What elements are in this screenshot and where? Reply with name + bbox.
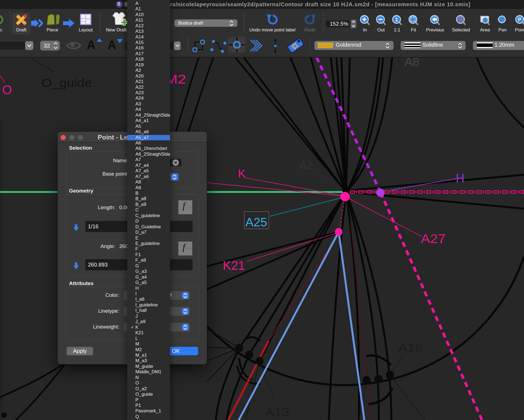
svg-text:A13: A13 [265,405,289,419]
svg-text:K21: K21 [223,258,245,273]
svg-text:A27: A27 [421,232,446,246]
svg-text:A2: A2 [299,159,313,171]
svg-text:O: O [2,83,12,97]
svg-text:A16: A16 [398,341,422,354]
svg-text:P: P [518,17,521,22]
svg-text:O_guide: O_guide [41,76,92,89]
svg-text:1: 1 [395,17,398,22]
svg-text:H: H [456,171,465,185]
svg-text:K: K [238,167,246,180]
svg-text:A25: A25 [245,215,267,229]
